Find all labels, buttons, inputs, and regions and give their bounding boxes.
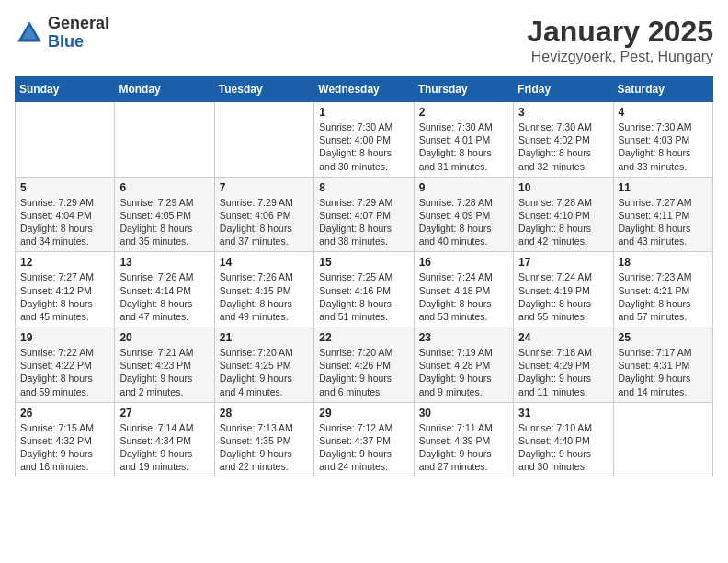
day-info: Sunrise: 7:30 AM Sunset: 4:01 PM Dayligh… bbox=[419, 121, 508, 173]
day-info: Sunrise: 7:29 AM Sunset: 4:05 PM Dayligh… bbox=[119, 196, 209, 248]
calendar-cell: 25Sunrise: 7:17 AM Sunset: 4:31 PM Dayli… bbox=[613, 327, 712, 403]
day-info: Sunrise: 7:21 AM Sunset: 4:23 PM Dayligh… bbox=[119, 346, 209, 398]
day-number: 22 bbox=[319, 331, 408, 344]
day-number: 11 bbox=[619, 181, 708, 194]
day-info: Sunrise: 7:29 AM Sunset: 4:06 PM Dayligh… bbox=[220, 196, 309, 248]
calendar-week-row: 5Sunrise: 7:29 AM Sunset: 4:04 PM Daylig… bbox=[16, 177, 713, 252]
calendar-cell: 31Sunrise: 7:10 AM Sunset: 4:40 PM Dayli… bbox=[514, 402, 613, 477]
logo: General Blue bbox=[15, 15, 109, 52]
day-info: Sunrise: 7:19 AM Sunset: 4:28 PM Dayligh… bbox=[419, 346, 508, 398]
day-number: 2 bbox=[419, 106, 508, 119]
calendar-cell bbox=[214, 102, 313, 178]
calendar-cell: 3Sunrise: 7:30 AM Sunset: 4:02 PM Daylig… bbox=[514, 102, 613, 178]
day-info: Sunrise: 7:29 AM Sunset: 4:07 PM Dayligh… bbox=[319, 196, 408, 248]
day-info: Sunrise: 7:17 AM Sunset: 4:31 PM Dayligh… bbox=[619, 346, 708, 398]
calendar-cell: 30Sunrise: 7:11 AM Sunset: 4:39 PM Dayli… bbox=[414, 402, 513, 477]
day-info: Sunrise: 7:14 AM Sunset: 4:34 PM Dayligh… bbox=[119, 421, 209, 474]
day-info: Sunrise: 7:26 AM Sunset: 4:14 PM Dayligh… bbox=[119, 270, 209, 323]
calendar-cell: 7Sunrise: 7:29 AM Sunset: 4:06 PM Daylig… bbox=[214, 177, 313, 252]
calendar-cell: 16Sunrise: 7:24 AM Sunset: 4:18 PM Dayli… bbox=[414, 252, 513, 327]
calendar-cell: 4Sunrise: 7:30 AM Sunset: 4:03 PM Daylig… bbox=[613, 102, 712, 178]
day-info: Sunrise: 7:27 AM Sunset: 4:12 PM Dayligh… bbox=[20, 270, 109, 323]
day-info: Sunrise: 7:22 AM Sunset: 4:22 PM Dayligh… bbox=[20, 346, 109, 398]
calendar-cell bbox=[115, 102, 214, 178]
day-number: 13 bbox=[119, 256, 209, 269]
day-number: 31 bbox=[518, 407, 608, 419]
calendar-cell: 20Sunrise: 7:21 AM Sunset: 4:23 PM Dayli… bbox=[115, 327, 214, 403]
calendar-week-row: 1Sunrise: 7:30 AM Sunset: 4:00 PM Daylig… bbox=[16, 102, 713, 178]
calendar-cell: 1Sunrise: 7:30 AM Sunset: 4:00 PM Daylig… bbox=[314, 102, 414, 178]
day-number: 8 bbox=[319, 181, 408, 194]
calendar: SundayMondayTuesdayWednesdayThursdayFrid… bbox=[15, 76, 713, 477]
logo-blue: Blue bbox=[48, 33, 109, 52]
day-number: 19 bbox=[20, 331, 109, 344]
day-info: Sunrise: 7:24 AM Sunset: 4:19 PM Dayligh… bbox=[518, 270, 608, 323]
calendar-week-row: 26Sunrise: 7:15 AM Sunset: 4:32 PM Dayli… bbox=[16, 402, 713, 477]
day-number: 29 bbox=[319, 407, 408, 419]
day-info: Sunrise: 7:11 AM Sunset: 4:39 PM Dayligh… bbox=[419, 421, 508, 474]
month-title: January 2025 bbox=[527, 15, 713, 49]
calendar-cell bbox=[613, 402, 712, 477]
weekday-header: Thursday bbox=[414, 77, 513, 102]
day-number: 14 bbox=[220, 256, 309, 269]
day-number: 4 bbox=[619, 106, 708, 119]
calendar-cell bbox=[16, 102, 115, 178]
calendar-week-row: 12Sunrise: 7:27 AM Sunset: 4:12 PM Dayli… bbox=[16, 252, 713, 327]
day-info: Sunrise: 7:18 AM Sunset: 4:29 PM Dayligh… bbox=[518, 346, 608, 398]
day-number: 12 bbox=[20, 256, 109, 269]
day-number: 3 bbox=[518, 106, 608, 119]
day-info: Sunrise: 7:29 AM Sunset: 4:04 PM Dayligh… bbox=[20, 196, 109, 248]
day-number: 21 bbox=[220, 331, 309, 344]
calendar-cell: 17Sunrise: 7:24 AM Sunset: 4:19 PM Dayli… bbox=[514, 252, 613, 327]
day-number: 16 bbox=[419, 256, 508, 269]
day-number: 27 bbox=[119, 407, 209, 419]
calendar-cell: 26Sunrise: 7:15 AM Sunset: 4:32 PM Dayli… bbox=[16, 402, 115, 477]
calendar-cell: 23Sunrise: 7:19 AM Sunset: 4:28 PM Dayli… bbox=[414, 327, 513, 403]
calendar-cell: 2Sunrise: 7:30 AM Sunset: 4:01 PM Daylig… bbox=[414, 102, 513, 178]
day-number: 25 bbox=[619, 331, 708, 344]
calendar-cell: 19Sunrise: 7:22 AM Sunset: 4:22 PM Dayli… bbox=[16, 327, 115, 403]
day-info: Sunrise: 7:20 AM Sunset: 4:26 PM Dayligh… bbox=[319, 346, 408, 398]
weekday-header: Friday bbox=[514, 77, 613, 102]
day-info: Sunrise: 7:13 AM Sunset: 4:35 PM Dayligh… bbox=[220, 421, 309, 474]
day-number: 7 bbox=[220, 181, 309, 194]
day-info: Sunrise: 7:28 AM Sunset: 4:09 PM Dayligh… bbox=[419, 196, 508, 248]
logo-icon bbox=[15, 18, 44, 48]
calendar-cell: 8Sunrise: 7:29 AM Sunset: 4:07 PM Daylig… bbox=[314, 177, 414, 252]
day-number: 26 bbox=[20, 407, 109, 419]
day-number: 30 bbox=[419, 407, 508, 419]
day-number: 28 bbox=[220, 407, 309, 419]
calendar-cell: 18Sunrise: 7:23 AM Sunset: 4:21 PM Dayli… bbox=[613, 252, 712, 327]
calendar-cell: 28Sunrise: 7:13 AM Sunset: 4:35 PM Dayli… bbox=[214, 402, 313, 477]
calendar-cell: 6Sunrise: 7:29 AM Sunset: 4:05 PM Daylig… bbox=[115, 177, 214, 252]
day-number: 1 bbox=[319, 106, 408, 119]
weekday-header: Sunday bbox=[16, 77, 115, 102]
day-number: 20 bbox=[119, 331, 209, 344]
calendar-cell: 10Sunrise: 7:28 AM Sunset: 4:10 PM Dayli… bbox=[514, 177, 613, 252]
day-number: 9 bbox=[419, 181, 508, 194]
day-info: Sunrise: 7:30 AM Sunset: 4:02 PM Dayligh… bbox=[518, 121, 608, 173]
weekday-header-row: SundayMondayTuesdayWednesdayThursdayFrid… bbox=[16, 77, 713, 102]
day-number: 15 bbox=[319, 256, 408, 269]
calendar-cell: 13Sunrise: 7:26 AM Sunset: 4:14 PM Dayli… bbox=[115, 252, 214, 327]
day-number: 10 bbox=[518, 181, 608, 194]
calendar-cell: 21Sunrise: 7:20 AM Sunset: 4:25 PM Dayli… bbox=[214, 327, 313, 403]
weekday-header: Tuesday bbox=[214, 77, 313, 102]
calendar-cell: 11Sunrise: 7:27 AM Sunset: 4:11 PM Dayli… bbox=[613, 177, 712, 252]
location: Hevizgyoerk, Pest, Hungary bbox=[527, 49, 713, 65]
day-info: Sunrise: 7:24 AM Sunset: 4:18 PM Dayligh… bbox=[419, 270, 508, 323]
calendar-cell: 5Sunrise: 7:29 AM Sunset: 4:04 PM Daylig… bbox=[16, 177, 115, 252]
calendar-week-row: 19Sunrise: 7:22 AM Sunset: 4:22 PM Dayli… bbox=[16, 327, 713, 403]
calendar-cell: 15Sunrise: 7:25 AM Sunset: 4:16 PM Dayli… bbox=[314, 252, 414, 327]
logo-general: General bbox=[48, 15, 109, 33]
day-info: Sunrise: 7:23 AM Sunset: 4:21 PM Dayligh… bbox=[619, 270, 708, 323]
day-number: 5 bbox=[20, 181, 109, 194]
day-number: 17 bbox=[518, 256, 608, 269]
calendar-cell: 24Sunrise: 7:18 AM Sunset: 4:29 PM Dayli… bbox=[514, 327, 613, 403]
day-info: Sunrise: 7:15 AM Sunset: 4:32 PM Dayligh… bbox=[20, 421, 109, 474]
day-number: 18 bbox=[619, 256, 708, 269]
day-info: Sunrise: 7:25 AM Sunset: 4:16 PM Dayligh… bbox=[319, 270, 408, 323]
title-area: January 2025 Hevizgyoerk, Pest, Hungary bbox=[527, 15, 713, 65]
day-number: 23 bbox=[419, 331, 508, 344]
day-info: Sunrise: 7:26 AM Sunset: 4:15 PM Dayligh… bbox=[220, 270, 309, 323]
